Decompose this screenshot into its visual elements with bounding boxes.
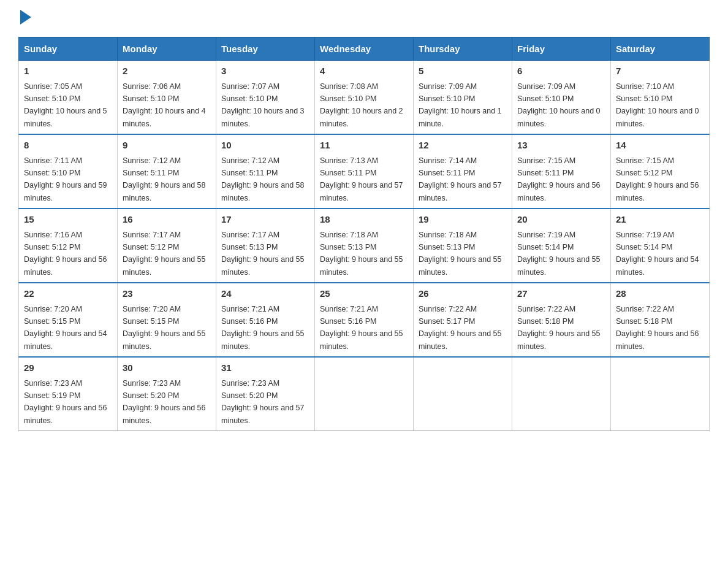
calendar-cell: 10 Sunrise: 7:12 AMSunset: 5:11 PMDaylig… xyxy=(216,134,315,209)
day-info: Sunrise: 7:16 AMSunset: 5:12 PMDaylight:… xyxy=(24,231,107,277)
calendar-cell: 12 Sunrise: 7:14 AMSunset: 5:11 PMDaylig… xyxy=(414,134,512,209)
day-number: 6 xyxy=(517,64,605,79)
day-info: Sunrise: 7:09 AMSunset: 5:10 PMDaylight:… xyxy=(419,82,502,128)
day-info: Sunrise: 7:12 AMSunset: 5:11 PMDaylight:… xyxy=(123,156,206,202)
logo-arrow-icon xyxy=(20,10,31,25)
calendar-table: SundayMondayTuesdayWednesdayThursdayFrid… xyxy=(18,37,710,431)
calendar-cell: 15 Sunrise: 7:16 AMSunset: 5:12 PMDaylig… xyxy=(19,209,118,283)
day-number: 24 xyxy=(221,287,309,301)
calendar-cell: 21 Sunrise: 7:19 AMSunset: 5:14 PMDaylig… xyxy=(611,209,710,283)
calendar-cell: 14 Sunrise: 7:15 AMSunset: 5:12 PMDaylig… xyxy=(611,134,710,209)
calendar-header-wednesday: Wednesday xyxy=(315,37,414,61)
calendar-header-tuesday: Tuesday xyxy=(216,37,315,61)
day-number: 16 xyxy=(123,213,211,227)
day-info: Sunrise: 7:20 AMSunset: 5:15 PMDaylight:… xyxy=(123,305,206,351)
day-info: Sunrise: 7:09 AMSunset: 5:10 PMDaylight:… xyxy=(517,82,601,128)
calendar-cell xyxy=(315,357,414,431)
logo xyxy=(18,12,31,25)
calendar-cell: 30 Sunrise: 7:23 AMSunset: 5:20 PMDaylig… xyxy=(118,357,216,431)
calendar-cell: 3 Sunrise: 7:07 AMSunset: 5:10 PMDayligh… xyxy=(216,61,315,135)
day-info: Sunrise: 7:08 AMSunset: 5:10 PMDaylight:… xyxy=(320,82,403,128)
day-info: Sunrise: 7:05 AMSunset: 5:10 PMDaylight:… xyxy=(24,82,107,128)
day-info: Sunrise: 7:17 AMSunset: 5:13 PMDaylight:… xyxy=(221,231,305,277)
day-number: 14 xyxy=(616,139,704,153)
day-info: Sunrise: 7:23 AMSunset: 5:19 PMDaylight:… xyxy=(24,379,107,425)
day-info: Sunrise: 7:06 AMSunset: 5:10 PMDaylight:… xyxy=(123,82,206,128)
day-number: 25 xyxy=(320,287,408,301)
day-number: 28 xyxy=(616,287,704,301)
day-number: 27 xyxy=(517,287,605,301)
calendar-cell: 8 Sunrise: 7:11 AMSunset: 5:10 PMDayligh… xyxy=(19,134,118,209)
day-number: 9 xyxy=(123,139,211,153)
calendar-header-saturday: Saturday xyxy=(611,37,710,61)
calendar-cell: 26 Sunrise: 7:22 AMSunset: 5:17 PMDaylig… xyxy=(414,283,512,357)
day-number: 13 xyxy=(517,139,605,153)
calendar-cell: 23 Sunrise: 7:20 AMSunset: 5:15 PMDaylig… xyxy=(118,283,216,357)
calendar-cell: 7 Sunrise: 7:10 AMSunset: 5:10 PMDayligh… xyxy=(611,61,710,135)
day-info: Sunrise: 7:19 AMSunset: 5:14 PMDaylight:… xyxy=(616,231,699,277)
calendar-cell: 4 Sunrise: 7:08 AMSunset: 5:10 PMDayligh… xyxy=(315,61,414,135)
calendar-cell: 31 Sunrise: 7:23 AMSunset: 5:20 PMDaylig… xyxy=(216,357,315,431)
calendar-cell: 17 Sunrise: 7:17 AMSunset: 5:13 PMDaylig… xyxy=(216,209,315,283)
day-info: Sunrise: 7:14 AMSunset: 5:11 PMDaylight:… xyxy=(419,156,502,202)
calendar-week-row: 22 Sunrise: 7:20 AMSunset: 5:15 PMDaylig… xyxy=(19,283,710,357)
calendar-cell: 28 Sunrise: 7:22 AMSunset: 5:18 PMDaylig… xyxy=(611,283,710,357)
calendar-cell: 6 Sunrise: 7:09 AMSunset: 5:10 PMDayligh… xyxy=(512,61,611,135)
calendar-cell xyxy=(512,357,611,431)
calendar-cell xyxy=(414,357,512,431)
calendar-cell: 25 Sunrise: 7:21 AMSunset: 5:16 PMDaylig… xyxy=(315,283,414,357)
day-info: Sunrise: 7:23 AMSunset: 5:20 PMDaylight:… xyxy=(221,379,305,425)
day-info: Sunrise: 7:15 AMSunset: 5:12 PMDaylight:… xyxy=(616,156,699,202)
day-info: Sunrise: 7:18 AMSunset: 5:13 PMDaylight:… xyxy=(320,231,403,277)
page-header xyxy=(18,12,710,25)
day-info: Sunrise: 7:21 AMSunset: 5:16 PMDaylight:… xyxy=(320,305,403,351)
calendar-week-row: 1 Sunrise: 7:05 AMSunset: 5:10 PMDayligh… xyxy=(19,61,710,135)
calendar-week-row: 8 Sunrise: 7:11 AMSunset: 5:10 PMDayligh… xyxy=(19,134,710,209)
day-number: 1 xyxy=(24,64,112,79)
day-info: Sunrise: 7:21 AMSunset: 5:16 PMDaylight:… xyxy=(221,305,305,351)
day-number: 7 xyxy=(616,64,704,79)
day-number: 5 xyxy=(419,64,507,79)
day-number: 30 xyxy=(123,361,211,375)
day-info: Sunrise: 7:20 AMSunset: 5:15 PMDaylight:… xyxy=(24,305,107,351)
day-number: 21 xyxy=(616,213,704,227)
day-number: 22 xyxy=(24,287,112,301)
calendar-cell: 16 Sunrise: 7:17 AMSunset: 5:12 PMDaylig… xyxy=(118,209,216,283)
calendar-cell: 9 Sunrise: 7:12 AMSunset: 5:11 PMDayligh… xyxy=(118,134,216,209)
day-info: Sunrise: 7:18 AMSunset: 5:13 PMDaylight:… xyxy=(419,231,502,277)
day-info: Sunrise: 7:23 AMSunset: 5:20 PMDaylight:… xyxy=(123,379,206,425)
day-number: 17 xyxy=(221,213,309,227)
calendar-cell: 2 Sunrise: 7:06 AMSunset: 5:10 PMDayligh… xyxy=(118,61,216,135)
calendar-cell: 20 Sunrise: 7:19 AMSunset: 5:14 PMDaylig… xyxy=(512,209,611,283)
day-info: Sunrise: 7:22 AMSunset: 5:18 PMDaylight:… xyxy=(517,305,601,351)
day-info: Sunrise: 7:17 AMSunset: 5:12 PMDaylight:… xyxy=(123,231,206,277)
calendar-cell: 11 Sunrise: 7:13 AMSunset: 5:11 PMDaylig… xyxy=(315,134,414,209)
day-info: Sunrise: 7:12 AMSunset: 5:11 PMDaylight:… xyxy=(221,156,305,202)
day-info: Sunrise: 7:10 AMSunset: 5:10 PMDaylight:… xyxy=(616,82,699,128)
calendar-cell: 13 Sunrise: 7:15 AMSunset: 5:11 PMDaylig… xyxy=(512,134,611,209)
day-number: 11 xyxy=(320,139,408,153)
day-number: 31 xyxy=(221,361,309,375)
day-number: 20 xyxy=(517,213,605,227)
calendar-cell: 22 Sunrise: 7:20 AMSunset: 5:15 PMDaylig… xyxy=(19,283,118,357)
day-info: Sunrise: 7:07 AMSunset: 5:10 PMDaylight:… xyxy=(221,82,305,128)
day-info: Sunrise: 7:13 AMSunset: 5:11 PMDaylight:… xyxy=(320,156,403,202)
day-info: Sunrise: 7:15 AMSunset: 5:11 PMDaylight:… xyxy=(517,156,601,202)
day-info: Sunrise: 7:19 AMSunset: 5:14 PMDaylight:… xyxy=(517,231,601,277)
calendar-cell: 18 Sunrise: 7:18 AMSunset: 5:13 PMDaylig… xyxy=(315,209,414,283)
calendar-header-friday: Friday xyxy=(512,37,611,61)
day-number: 2 xyxy=(123,64,211,79)
calendar-cell: 27 Sunrise: 7:22 AMSunset: 5:18 PMDaylig… xyxy=(512,283,611,357)
day-number: 8 xyxy=(24,139,112,153)
calendar-cell: 5 Sunrise: 7:09 AMSunset: 5:10 PMDayligh… xyxy=(414,61,512,135)
day-number: 3 xyxy=(221,64,309,79)
day-info: Sunrise: 7:11 AMSunset: 5:10 PMDaylight:… xyxy=(24,156,107,202)
calendar-header-monday: Monday xyxy=(118,37,216,61)
calendar-week-row: 15 Sunrise: 7:16 AMSunset: 5:12 PMDaylig… xyxy=(19,209,710,283)
calendar-header-sunday: Sunday xyxy=(19,37,118,61)
day-number: 12 xyxy=(419,139,507,153)
day-number: 10 xyxy=(221,139,309,153)
day-number: 18 xyxy=(320,213,408,227)
day-number: 19 xyxy=(419,213,507,227)
calendar-cell: 29 Sunrise: 7:23 AMSunset: 5:19 PMDaylig… xyxy=(19,357,118,431)
